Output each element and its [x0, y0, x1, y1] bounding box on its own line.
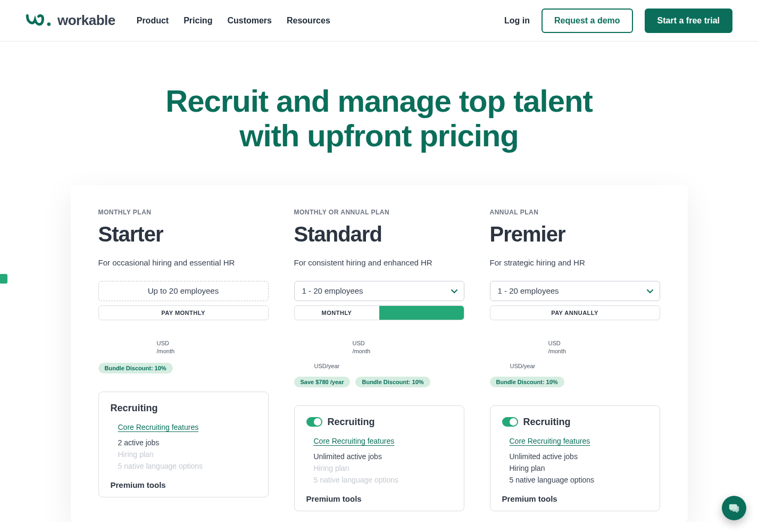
nav-pricing[interactable]: Pricing — [184, 16, 212, 26]
feature-item: Hiring plan — [510, 462, 648, 474]
plan-tagline: For strategic hiring and HR — [490, 258, 660, 267]
price-period: /month — [548, 348, 567, 354]
employee-count-label: 1 - 20 employees — [498, 286, 559, 295]
cycle-annual[interactable] — [379, 306, 464, 320]
feature-item: Hiring plan — [314, 462, 452, 474]
plan-starter: MONTHLY PLAN Starter For occasional hiri… — [98, 209, 269, 511]
logo-icon — [26, 13, 53, 29]
price-annual-note: USD/year — [314, 363, 464, 369]
plan-standard: MONTHLY OR ANNUAL PLAN Standard For cons… — [294, 209, 464, 511]
plans-panel: MONTHLY PLAN Starter For occasional hiri… — [71, 185, 688, 522]
employee-count-select[interactable]: 1 - 20 employees — [490, 281, 660, 301]
plan-tagline: For consistent hiring and enhanced HR — [294, 258, 464, 267]
feature-item: 2 active jobs — [118, 437, 256, 448]
price-annual-note: USD/year — [510, 363, 660, 369]
plan-eyebrow: MONTHLY OR ANNUAL PLAN — [294, 209, 464, 216]
plan-eyebrow: MONTHLY PLAN — [98, 209, 269, 216]
cycle-monthly[interactable]: MONTHLY — [295, 306, 379, 320]
start-trial-button[interactable]: Start a free trial — [645, 9, 732, 33]
feature-item: Unlimited active jobs — [314, 451, 452, 462]
price-period: /month — [353, 348, 371, 354]
price-currency: USD — [353, 340, 365, 346]
plan-name: Premier — [490, 222, 660, 246]
logo-text: workable — [57, 12, 115, 29]
chevron-down-icon — [647, 286, 653, 295]
core-features-link[interactable]: Core Recruiting features — [510, 437, 590, 445]
primary-nav: Product Pricing Customers Resources — [137, 16, 330, 26]
side-feedback-tab[interactable] — [0, 274, 7, 284]
chat-launcher[interactable] — [722, 496, 746, 520]
feature-list: Unlimited active jobs Hiring plan 5 nati… — [314, 451, 452, 486]
premium-tools-heading: Premium tools — [502, 494, 648, 503]
billing-cycle: PAY MONTHLY — [98, 305, 269, 320]
plan-tagline: For occasional hiring and essential HR — [98, 258, 269, 267]
bundle-discount-badge: Bundle Discount: 10% — [355, 377, 430, 387]
feature-card-recruiting: Recruiting Core Recruiting features Unli… — [490, 405, 660, 511]
employee-count-label: 1 - 20 employees — [302, 286, 363, 295]
nav-customers[interactable]: Customers — [227, 16, 272, 26]
hero-title-line2: with upfront pricing — [239, 118, 518, 153]
hero: Recruit and manage top talent with upfro… — [0, 41, 758, 185]
plan-name: Starter — [98, 222, 269, 246]
feature-heading: Recruiting — [523, 417, 571, 428]
plan-premier: ANNUAL PLAN Premier For strategic hiring… — [490, 209, 660, 511]
price-currency: USD — [548, 340, 561, 346]
chevron-down-icon — [451, 286, 457, 295]
login-link[interactable]: Log in — [504, 16, 530, 26]
premium-tools-heading: Premium tools — [111, 480, 256, 489]
feature-heading: Recruiting — [328, 417, 375, 428]
header-actions: Log in Request a demo Start a free trial — [504, 9, 732, 33]
hero-title: Recruit and manage top talent with upfro… — [11, 84, 747, 153]
feature-card-recruiting: Recruiting Core Recruiting features 2 ac… — [98, 392, 269, 497]
core-features-link[interactable]: Core Recruiting features — [314, 437, 395, 445]
recruiting-toggle[interactable] — [502, 417, 518, 427]
hero-title-line1: Recruit and manage top talent — [165, 84, 592, 118]
feature-item: Unlimited active jobs — [510, 451, 648, 462]
nav-product[interactable]: Product — [137, 16, 169, 26]
price-block: USD /month USD/year Bundle Discount: 10% — [490, 339, 660, 387]
premium-tools-heading: Premium tools — [306, 494, 452, 503]
nav-resources[interactable]: Resources — [287, 16, 330, 26]
feature-item: 5 native language options — [118, 460, 256, 472]
site-header: workable Product Pricing Customers Resou… — [0, 0, 758, 41]
core-features-link[interactable]: Core Recruiting features — [118, 423, 199, 431]
chat-icon — [728, 502, 740, 514]
feature-list: Unlimited active jobs Hiring plan 5 nati… — [510, 451, 648, 486]
feature-list: 2 active jobs Hiring plan 5 native langu… — [118, 437, 256, 472]
request-demo-button[interactable]: Request a demo — [542, 9, 633, 33]
feature-item: 5 native language options — [510, 474, 648, 486]
bundle-discount-badge: Bundle Discount: 10% — [490, 377, 564, 387]
billing-cycle-toggle: MONTHLY — [294, 305, 464, 320]
price-block: USD /month USD/year Save $780 /year Bund… — [294, 339, 464, 387]
svg-point-0 — [47, 22, 51, 26]
price-block: USD /month Bundle Discount: 10% — [98, 339, 269, 373]
price-period: /month — [157, 348, 175, 354]
billing-cycle: PAY ANNUALLY — [490, 305, 660, 320]
plan-eyebrow: ANNUAL PLAN — [490, 209, 660, 216]
employee-count-select[interactable]: 1 - 20 employees — [294, 281, 464, 301]
price-currency: USD — [157, 340, 169, 346]
employee-count-static: Up to 20 employees — [98, 281, 269, 301]
save-badge: Save $780 /year — [294, 377, 351, 387]
bundle-discount-badge: Bundle Discount: 10% — [98, 363, 173, 373]
logo[interactable]: workable — [26, 12, 115, 29]
recruiting-toggle[interactable] — [306, 417, 322, 427]
feature-item: Hiring plan — [118, 448, 256, 460]
plan-name: Standard — [294, 222, 464, 246]
feature-card-recruiting: Recruiting Core Recruiting features Unli… — [294, 405, 464, 511]
employee-count-label: Up to 20 employees — [148, 286, 219, 295]
feature-heading: Recruiting — [111, 403, 158, 414]
feature-item: 5 native language options — [314, 474, 452, 486]
